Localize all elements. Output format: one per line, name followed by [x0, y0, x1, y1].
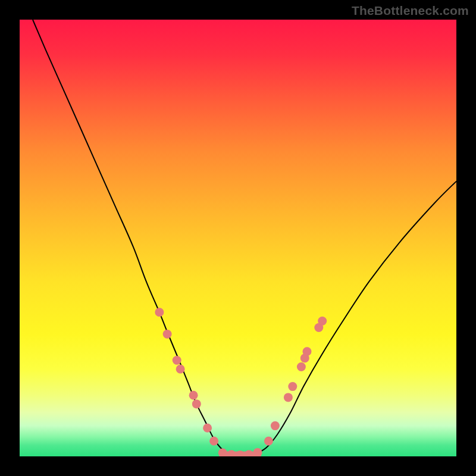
- chart-frame: TheBottleneck.com: [0, 0, 476, 476]
- chart-background-gradient: [20, 20, 456, 456]
- watermark-text: TheBottleneck.com: [352, 4, 469, 18]
- svg-rect-0: [20, 20, 456, 456]
- chart-plot-area: [20, 20, 456, 456]
